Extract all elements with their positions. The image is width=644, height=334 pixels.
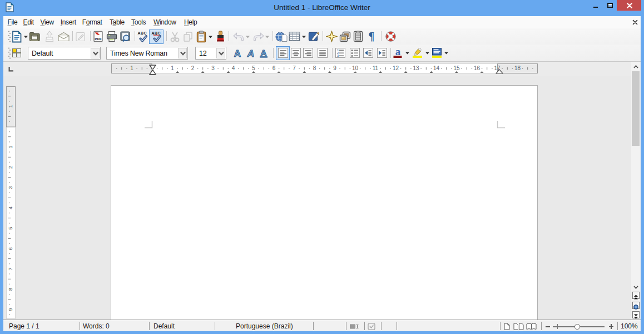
svg-text:A: A <box>246 48 254 58</box>
svg-text:PDF: PDF <box>95 37 102 41</box>
svg-text:10: 10 <box>352 65 359 71</box>
svg-text:11: 11 <box>373 65 379 71</box>
svg-text:15: 15 <box>453 65 460 71</box>
svg-text:1: 1 <box>7 145 13 148</box>
svg-text:7: 7 <box>293 65 296 71</box>
svg-text:16: 16 <box>474 65 480 71</box>
svg-text:7: 7 <box>7 267 13 270</box>
svg-text:3: 3 <box>7 186 13 189</box>
svg-text:12: 12 <box>393 65 399 71</box>
svg-text:6: 6 <box>273 65 276 71</box>
svg-text:ABC: ABC <box>151 31 160 35</box>
svg-text:A: A <box>234 48 241 58</box>
svg-text:ABC: ABC <box>137 31 146 35</box>
svg-text:8: 8 <box>7 288 13 291</box>
svg-text:1: 1 <box>130 65 133 71</box>
svg-text:¶: ¶ <box>369 31 375 42</box>
svg-text:2: 2 <box>7 166 13 169</box>
svg-text:3: 3 <box>211 65 215 71</box>
svg-text:1: 1 <box>171 65 174 71</box>
svg-text:18: 18 <box>514 65 521 71</box>
svg-text:6: 6 <box>7 247 13 250</box>
svg-text:1: 1 <box>7 105 13 107</box>
svg-text:5: 5 <box>7 227 13 229</box>
svg-text:4: 4 <box>232 65 235 71</box>
svg-text:A: A <box>261 48 267 57</box>
svg-text:14: 14 <box>433 65 440 71</box>
svg-text:3: 3 <box>337 54 339 57</box>
svg-text:13: 13 <box>413 65 419 71</box>
svg-text:9: 9 <box>333 65 336 71</box>
svg-text:8: 8 <box>313 65 316 71</box>
svg-text:2: 2 <box>191 65 195 71</box>
svg-text:9: 9 <box>7 308 13 311</box>
svg-text:4: 4 <box>7 207 13 209</box>
svg-text:5: 5 <box>252 65 255 71</box>
